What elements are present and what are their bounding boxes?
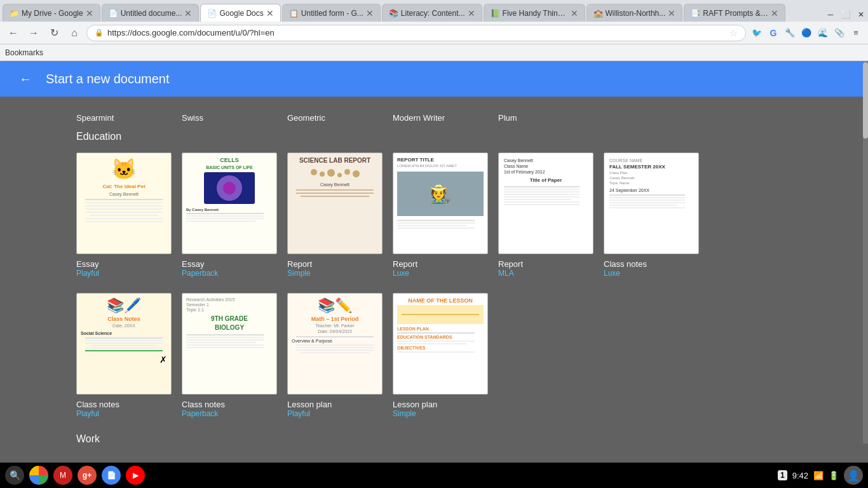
tab-label-tab-five-handy: Five Handy Thing... <box>503 9 568 18</box>
template-report-luxe[interactable]: REPORT TITLE LOREM IPSUM DOLOR SIT AMET … <box>393 152 488 278</box>
docs-taskbar-icon[interactable]: 📄 <box>102 466 121 485</box>
template-report-mla[interactable]: Casey Bennett Class Name 1st of February… <box>498 152 593 278</box>
essay-playful-main-label: Essay <box>76 259 172 269</box>
avatar-icon-glyph: 👤 <box>847 470 860 482</box>
template-thumb-report-simple[interactable]: SCIENCE LAB REPORT Casey Bennett <box>287 152 383 254</box>
template-thumb-essay-playful[interactable]: 🐱 Cat: The Ideal Pet Casey Bennett <box>76 152 172 254</box>
tab-favicon-tab-drive: 📁 <box>10 9 18 18</box>
back-arrow-button[interactable]: ← <box>15 69 36 89</box>
back-button[interactable]: ← <box>5 25 22 41</box>
taskbar-right: 1 9:42 📶 🔋 👤 <box>778 466 863 485</box>
tab-close-tab-docs-untitled[interactable]: ✕ <box>184 8 192 18</box>
reload-button[interactable]: ↻ <box>46 25 62 41</box>
report-simple-sub-label: Simple <box>287 269 383 278</box>
geometric-label: Geometric <box>287 112 383 123</box>
google-icon[interactable]: G <box>766 26 780 40</box>
youtube-taskbar-icon[interactable]: ▶ <box>126 466 145 485</box>
tab-label-tab-docs-untitled: Untitled docume... <box>121 9 182 18</box>
template-thumb-lesson-plan-playful[interactable]: 📚✏️ Math – 1st Period Teacher: Mr. Parke… <box>287 293 383 395</box>
gmail-taskbar-icon[interactable]: M <box>53 466 72 485</box>
google-plus-taskbar-icon[interactable]: g+ <box>78 466 97 485</box>
taskbar-left: 🔍 M g+ 📄 ▶ <box>5 466 145 485</box>
tab-close-tab-google-docs[interactable]: ✕ <box>266 8 274 18</box>
tab-literacy[interactable]: 📚 Literacy: Content... ✕ <box>382 4 482 22</box>
tab-favicon-tab-google-docs: 📄 <box>207 9 216 18</box>
tab-five-handy[interactable]: 📗 Five Handy Thing... ✕ <box>484 4 585 22</box>
template-report-simple[interactable]: SCIENCE LAB REPORT Casey Bennett <box>287 152 383 278</box>
tab-favicon-tab-five-handy: 📗 <box>491 9 499 18</box>
report-simple-main-label: Report <box>287 259 383 269</box>
template-thumb-class-notes-luxe[interactable]: COURSE NAME FALL SEMESTER 20XX Class Pla… <box>604 152 699 254</box>
template-thumb-class-notes-paperback[interactable]: Research Activities 2015 Semester 1 Topi… <box>182 293 277 395</box>
scrollbar-track[interactable] <box>863 62 868 444</box>
essay-paperback-sub-label: Paperback <box>182 269 277 278</box>
class-notes-playful-main-label: Class notes <box>76 400 172 409</box>
template-class-notes-playful[interactable]: 📚🖊️ Class Notes Date, 20XX Social Scienc… <box>76 293 172 418</box>
taskbar: 🔍 M g+ 📄 ▶ 1 9:42 📶 🔋 👤 <box>0 463 868 488</box>
tab-docs-untitled[interactable]: 📄 Untitled docume... ✕ <box>102 4 200 22</box>
tab-raft[interactable]: 📑 RAFT Prompts & ... ✕ <box>684 4 785 22</box>
template-class-notes-paperback[interactable]: Research Activities 2015 Semester 1 Topi… <box>182 293 277 418</box>
template-essay-paperback[interactable]: CELLS BASIC UNITS OF LIFE By Casey Benne… <box>182 152 277 278</box>
extension-icon-2[interactable]: 🔵 <box>799 26 813 40</box>
class-notes-playful-sub-label: Playful <box>76 409 172 418</box>
tab-close-tab-raft[interactable]: ✕ <box>771 8 778 18</box>
template-essay-playful[interactable]: 🐱 Cat: The Ideal Pet Casey Bennett Essay <box>76 152 172 278</box>
chrome-taskbar-icon[interactable] <box>29 466 48 485</box>
forward-button[interactable]: → <box>25 25 42 41</box>
education-row-2: 📚🖊️ Class Notes Date, 20XX Social Scienc… <box>76 293 792 418</box>
search-taskbar-icon[interactable]: 🔍 <box>5 466 24 485</box>
template-thumb-lesson-plan-simple[interactable]: NAME OF THE LESSON LESSON PLAN EDUCATION… <box>393 293 488 395</box>
template-thumb-report-mla[interactable]: Casey Bennett Class Name 1st of February… <box>498 152 593 254</box>
class-notes-luxe-main-label: Class notes <box>604 259 699 269</box>
menu-icon[interactable]: ≡ <box>849 26 863 40</box>
extension-icon-4[interactable]: 📎 <box>832 26 846 40</box>
star-icon[interactable]: ☆ <box>729 28 738 38</box>
tab-close-tab-literacy[interactable]: ✕ <box>468 8 475 18</box>
template-thumb-report-luxe[interactable]: REPORT TITLE LOREM IPSUM DOLOR SIT AMET … <box>393 152 488 254</box>
class-notes-paperback-main-label: Class notes <box>182 400 277 409</box>
bookmarks-bar: Bookmarks <box>0 44 868 61</box>
window-controls[interactable]: ─ ⬜ ✕ <box>824 8 868 22</box>
tab-google-docs[interactable]: 📄 Google Docs ✕ <box>200 4 280 22</box>
close-button[interactable]: ✕ <box>854 8 868 22</box>
template-lesson-plan-playful[interactable]: 📚✏️ Math – 1st Period Teacher: Mr. Parke… <box>287 293 383 418</box>
extension-icon-3[interactable]: 🌊 <box>816 26 830 40</box>
tab-close-tab-drive[interactable]: ✕ <box>86 8 93 18</box>
modern-writer-label: Modern Writer <box>393 112 488 123</box>
lesson-plan-simple-main-label: Lesson plan <box>393 400 488 409</box>
address-bar[interactable]: 🔒 https://docs.google.com/document/u/0/?… <box>86 25 746 41</box>
lesson-plan-simple-sub-label: Simple <box>393 409 488 418</box>
doc-header: ← Start a new document <box>0 61 868 97</box>
tab-close-tab-williston[interactable]: ✕ <box>668 8 675 18</box>
gmail-icon-glyph: M <box>60 471 66 480</box>
toolbar-icons: 🐦 G 🔧 🔵 🌊 📎 ≡ <box>750 26 863 40</box>
page-title: Start a new document <box>46 72 170 86</box>
extension-icon-1[interactable]: 🔧 <box>783 26 797 40</box>
tab-favicon-tab-raft: 📑 <box>691 9 700 18</box>
avatar-taskbar[interactable]: 👤 <box>844 466 863 485</box>
lesson-plan-playful-sub-label: Playful <box>287 409 383 418</box>
home-button[interactable]: ⌂ <box>66 25 83 41</box>
twitter-icon[interactable]: 🐦 <box>750 26 764 40</box>
tab-drive[interactable]: 📁 My Drive - Google ✕ <box>3 4 100 22</box>
template-thumb-class-notes-playful[interactable]: 📚🖊️ Class Notes Date, 20XX Social Scienc… <box>76 293 172 395</box>
lesson-plan-playful-main-label: Lesson plan <box>287 400 383 409</box>
battery-icon: 🔋 <box>829 471 839 480</box>
template-lesson-plan-simple[interactable]: NAME OF THE LESSON LESSON PLAN EDUCATION… <box>393 293 488 418</box>
tab-label-tab-drive: My Drive - Google <box>22 9 83 18</box>
tab-close-tab-five-handy[interactable]: ✕ <box>571 8 578 18</box>
template-class-notes-luxe[interactable]: COURSE NAME FALL SEMESTER 20XX Class Pla… <box>604 152 699 278</box>
essay-paperback-main-label: Essay <box>182 259 277 269</box>
maximize-button[interactable]: ⬜ <box>839 8 853 22</box>
style-names-row: Spearmint Swiss Geometric Modern Writer … <box>76 112 792 123</box>
work-title: Work <box>76 433 100 444</box>
scrollbar-thumb[interactable] <box>863 62 868 139</box>
tab-williston[interactable]: 🏫 Williston-Northh... ✕ <box>587 4 683 22</box>
tab-close-tab-untitled-form[interactable]: ✕ <box>366 8 374 18</box>
tab-untitled-form[interactable]: 📋 Untitled form - G... ✕ <box>282 4 381 22</box>
taskbar-badge: 1 <box>778 470 787 480</box>
tab-favicon-tab-williston: 🏫 <box>593 9 602 18</box>
minimize-button[interactable]: ─ <box>824 8 837 22</box>
template-thumb-essay-paperback[interactable]: CELLS BASIC UNITS OF LIFE By Casey Benne… <box>182 152 277 254</box>
